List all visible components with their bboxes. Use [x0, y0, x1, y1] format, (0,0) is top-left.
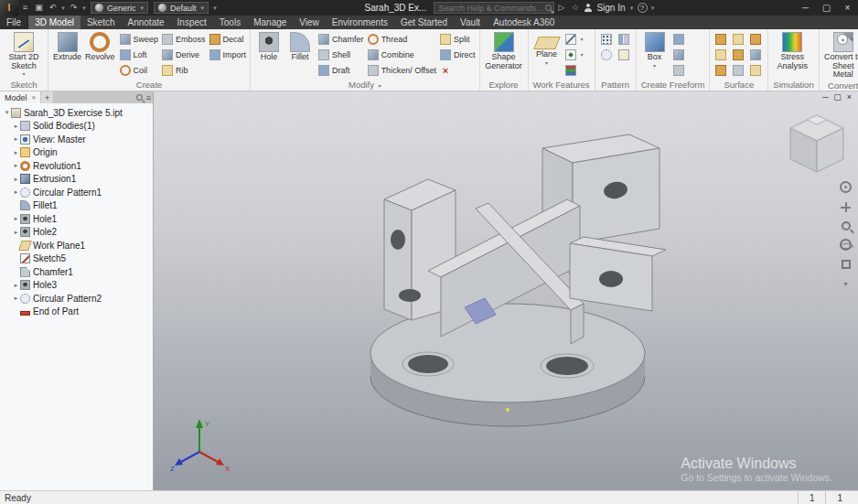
stress-analysis-button[interactable]: Stress Analysis	[771, 31, 813, 70]
thicken-offset-button[interactable]: Thicken/ Offset	[367, 62, 437, 78]
window-maximize-button[interactable]: ▢	[816, 0, 837, 16]
appearance-selector[interactable]: Default ▾	[154, 2, 209, 14]
search-icon[interactable]	[545, 5, 552, 11]
rib-button[interactable]: Rib	[161, 62, 207, 78]
expander-icon[interactable]: ▸	[12, 229, 20, 236]
material-selector[interactable]: Generic ▾	[91, 2, 148, 14]
sculpt-button[interactable]	[714, 62, 730, 78]
replace-face-button[interactable]	[749, 31, 765, 47]
extend-surface-button[interactable]	[732, 47, 747, 62]
tab-get-started[interactable]: Get Started	[394, 16, 454, 29]
tree-item-extrusion1[interactable]: ▸ Extrusion1	[0, 173, 153, 187]
work-axis-button[interactable]: ▾	[564, 31, 585, 47]
tab-tools[interactable]: Tools	[213, 16, 247, 29]
tab-environments[interactable]: Environments	[326, 16, 394, 29]
loft-button[interactable]: Loft	[119, 47, 160, 62]
browser-tab-model[interactable]: Model ×	[0, 91, 40, 103]
expander-icon[interactable]: ▸	[12, 123, 20, 130]
browser-menu-icon[interactable]: ≡	[146, 93, 151, 102]
trim-surface-button[interactable]	[732, 31, 747, 47]
work-plane-button[interactable]: Plane ▾	[531, 31, 563, 66]
ruled-surface-button[interactable]	[749, 47, 765, 62]
sign-in-button[interactable]: Sign In	[596, 3, 625, 13]
tab-view[interactable]: View	[293, 16, 326, 29]
pan-icon[interactable]	[840, 201, 852, 213]
redo-caret-icon[interactable]: ▾	[80, 0, 88, 16]
undo-caret-icon[interactable]: ▾	[59, 0, 67, 16]
save-icon[interactable]: ▣	[32, 0, 46, 16]
tab-3d-model[interactable]: 3D Model	[28, 16, 80, 29]
panel-label-modify[interactable]: Modify ▾	[251, 79, 478, 91]
tree-item-origin[interactable]: ▸ Origin	[0, 146, 153, 160]
orbit-icon[interactable]	[840, 239, 852, 251]
expander-icon[interactable]: ▾	[3, 109, 11, 116]
help-icon[interactable]: ?	[638, 3, 648, 13]
help-caret-icon[interactable]: ▾	[649, 0, 657, 16]
shell-button[interactable]: Shell	[317, 47, 365, 62]
delete-face-button[interactable]	[732, 62, 747, 78]
mirror-button[interactable]	[617, 31, 633, 47]
tree-item-end-of-part[interactable]: End of Part	[0, 306, 153, 319]
favorites-star-icon[interactable]: ☆	[568, 0, 582, 16]
chamfer-button[interactable]: Chamfer	[317, 31, 365, 47]
doc-close-icon[interactable]: ×	[843, 92, 855, 102]
tab-sketch[interactable]: Sketch	[80, 16, 122, 29]
work-point-button[interactable]: ▾	[564, 47, 585, 62]
doc-minimize-icon[interactable]: ─	[820, 92, 831, 102]
tree-item-chamfer1[interactable]: Chamfer1	[0, 265, 153, 279]
help-search-box[interactable]	[434, 2, 554, 14]
circular-pattern-button[interactable]	[600, 47, 616, 62]
expander-icon[interactable]: ▸	[12, 149, 20, 156]
sweep-button[interactable]: Sweep	[119, 31, 160, 47]
direct-edit-button[interactable]: Direct	[439, 47, 477, 62]
ribbon-display-options-button[interactable]: ▾	[837, 34, 848, 45]
full-navigation-wheel-icon[interactable]	[840, 181, 852, 193]
tree-item-circular-pattern1[interactable]: ▸ Circular Pattern1	[0, 186, 153, 199]
navbar-more-caret-icon[interactable]: ▾	[840, 278, 852, 290]
revolve-button[interactable]: Revolve	[83, 31, 117, 62]
tab-vault[interactable]: Vault	[454, 16, 487, 29]
thread-button[interactable]: Thread	[367, 31, 437, 47]
tree-item-view-master[interactable]: ▸ View: Master	[0, 133, 153, 146]
tree-item-circular-pattern2[interactable]: ▸ Circular Pattern2	[0, 292, 153, 306]
zoom-icon[interactable]	[842, 221, 851, 231]
redo-icon[interactable]: ↷	[67, 0, 80, 16]
tree-item-revolution1[interactable]: ▸ Revolution1	[0, 159, 153, 173]
tree-item-root[interactable]: ▾ Sarah_3D Exercise 5.ipt	[0, 106, 153, 120]
fillet-button[interactable]: Fillet	[284, 31, 316, 62]
import-button[interactable]: Import	[209, 47, 248, 62]
expander-icon[interactable]: ▸	[12, 188, 20, 196]
appearance-adjust-caret-icon[interactable]: ▾	[211, 0, 219, 16]
undo-icon[interactable]: ↶	[46, 0, 59, 16]
3d-viewport[interactable]: ─ ▢ ×	[154, 91, 858, 490]
decal-button[interactable]: Decal	[209, 31, 248, 47]
window-close-button[interactable]: ×	[837, 0, 858, 16]
expander-icon[interactable]: ▸	[12, 135, 20, 143]
freeform-sphere-button[interactable]	[672, 62, 688, 78]
stitch-surface-button[interactable]	[714, 31, 730, 47]
tab-autodesk-a360[interactable]: Autodesk A360	[487, 16, 561, 29]
draft-button[interactable]: Draft	[317, 62, 365, 78]
freeform-box-button[interactable]: Box ▾	[639, 31, 670, 69]
ribbon-options-caret-icon[interactable]: ▾	[850, 36, 853, 43]
expander-icon[interactable]: ▸	[12, 295, 20, 302]
tree-item-fillet1[interactable]: Fillet1	[0, 199, 153, 213]
tree-item-hole1[interactable]: ▸ Hole1	[0, 212, 153, 226]
rectangular-pattern-button[interactable]	[600, 31, 616, 47]
expander-icon[interactable]: ▸	[12, 176, 20, 183]
coil-button[interactable]: Coil	[119, 62, 160, 78]
delete-button[interactable]: ×	[439, 62, 477, 78]
doc-restore-icon[interactable]: ▢	[831, 92, 843, 102]
tree-item-sketch5[interactable]: Sketch5	[0, 252, 153, 266]
expander-icon[interactable]: ▸	[12, 215, 20, 222]
tab-file[interactable]: File	[0, 16, 28, 29]
look-at-icon[interactable]	[842, 260, 851, 269]
3d-model-canvas[interactable]	[154, 91, 858, 490]
add-browser-tab-button[interactable]: +	[41, 91, 53, 103]
view-cube[interactable]	[787, 112, 847, 176]
extrude-button[interactable]: Extrude	[51, 31, 83, 62]
share-icon[interactable]: ▷	[554, 0, 568, 16]
hole-button[interactable]: Hole	[253, 31, 284, 62]
close-browser-tab-icon[interactable]: ×	[32, 93, 37, 102]
ucs-button[interactable]	[564, 62, 585, 78]
